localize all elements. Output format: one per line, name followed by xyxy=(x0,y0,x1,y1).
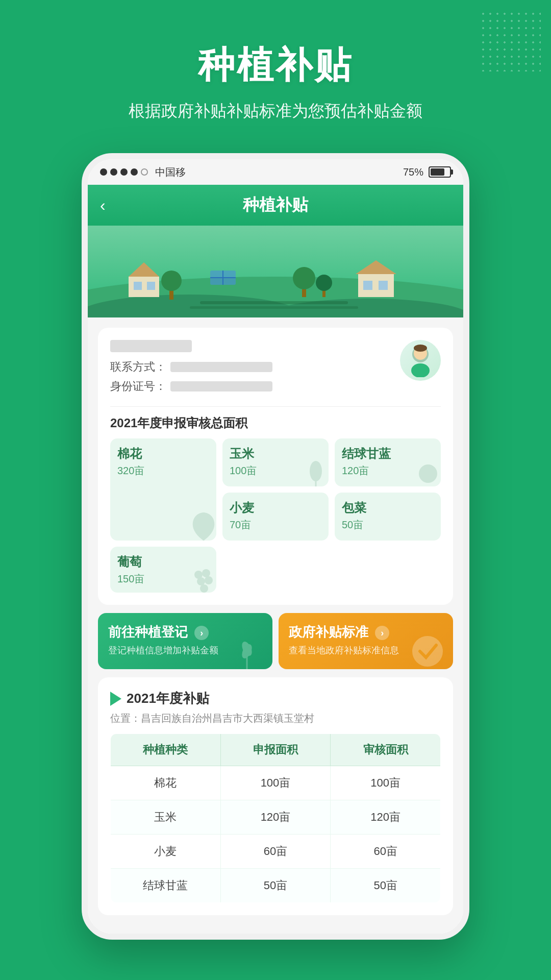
crops-grid: 棉花 320亩 玉米 100亩 xyxy=(110,438,441,593)
user-info-card: 联系方式： 身份证号： xyxy=(98,328,453,605)
main-content: 联系方式： 身份证号： xyxy=(88,317,463,934)
app-header: ‹ 种植补贴 xyxy=(88,185,463,226)
subsidy-section-card: 2021年度补贴 位置：昌吉回族自治州昌吉市大西渠镇玉堂村 种植种类 申报面积 … xyxy=(98,677,453,915)
subsidy-arrow-icon: › xyxy=(375,626,389,640)
svg-point-33 xyxy=(200,584,208,593)
svg-point-26 xyxy=(411,363,430,377)
cell-reported-3: 60亩 xyxy=(220,835,331,869)
table-row: 结球甘蓝 50亩 50亩 xyxy=(111,869,441,903)
crop-card-pakchoi: 包菜 50亩 xyxy=(335,493,441,541)
contact-value-blurred xyxy=(170,362,272,372)
subsidy-standard-btn[interactable]: 政府补贴标准 › 查看当地政府补贴标准信息 xyxy=(279,613,453,669)
id-value-blurred xyxy=(170,381,272,391)
planting-arrow-icon: › xyxy=(194,626,209,640)
signal-dot-3 xyxy=(120,168,128,176)
triangle-icon xyxy=(110,692,121,706)
cell-reported-2: 120亩 xyxy=(220,800,331,835)
signal-dot-5 xyxy=(141,168,148,176)
crop-area-pakchoi: 50亩 xyxy=(342,519,363,530)
section-header: 2021年度补贴 xyxy=(110,690,441,707)
crop-area-wheat: 70亩 xyxy=(230,519,251,530)
cell-type-1: 棉花 xyxy=(111,766,221,800)
page-content: 种植补贴 根据政府补贴补贴标准为您预估补贴金额 中国移 75% ‹ xyxy=(0,0,551,940)
phone-mockup: 中国移 75% ‹ 种植补贴 xyxy=(82,153,469,940)
contact-field: 联系方式： xyxy=(110,359,400,375)
cell-approved-1: 100亩 xyxy=(331,766,441,800)
cell-type-2: 玉米 xyxy=(111,800,221,835)
svg-point-32 xyxy=(205,576,213,584)
signal-dot-2 xyxy=(110,168,117,176)
svg-point-31 xyxy=(197,577,205,585)
col-header-type: 种植种类 xyxy=(111,734,221,766)
table-header: 种植种类 申报面积 审核面积 xyxy=(111,734,441,766)
crop-card-grape: 葡萄 150亩 xyxy=(110,547,216,593)
location-text: 位置：昌吉回族自治州昌吉市大西渠镇玉堂村 xyxy=(110,712,441,725)
svg-rect-19 xyxy=(190,306,358,309)
svg-point-13 xyxy=(161,271,182,291)
area-title: 2021年度申报审核总面积 xyxy=(110,415,441,431)
signal-dot-4 xyxy=(131,168,138,176)
crop-card-corn: 玉米 100亩 xyxy=(222,438,329,486)
svg-point-28 xyxy=(419,464,437,483)
crop-name-cotton: 棉花 xyxy=(117,446,209,462)
table-row: 棉花 100亩 100亩 xyxy=(111,766,441,800)
battery-icon xyxy=(429,166,451,178)
cell-type-4: 结球甘蓝 xyxy=(111,869,221,903)
signal-dot-1 xyxy=(100,168,107,176)
cell-reported-4: 50亩 xyxy=(220,869,331,903)
user-details: 联系方式： 身份证号： xyxy=(110,340,400,398)
user-info-row: 联系方式： 身份证号： xyxy=(110,340,441,407)
svg-point-15 xyxy=(293,267,315,289)
svg-rect-6 xyxy=(134,282,142,290)
user-name-blurred xyxy=(110,340,192,352)
svg-point-30 xyxy=(202,569,210,577)
crop-area-grape: 150亩 xyxy=(117,573,144,584)
id-field: 身份证号： xyxy=(110,379,400,394)
subsidy-table: 种植种类 申报面积 审核面积 棉花 100亩 100亩 玉米 xyxy=(110,733,441,903)
planting-register-btn[interactable]: 前往种植登记 › 登记种植信息增加补贴金额 xyxy=(98,613,272,669)
planting-btn-subtitle: 登记种植信息增加补贴金额 xyxy=(108,645,218,655)
svg-point-17 xyxy=(316,275,332,291)
crop-area-cotton: 320亩 xyxy=(117,465,144,476)
hero-banner xyxy=(88,226,463,317)
page-subtitle: 根据政府补贴补贴标准为您预估补贴金额 xyxy=(129,100,422,122)
cell-approved-4: 50亩 xyxy=(331,869,441,903)
svg-rect-7 xyxy=(147,282,155,290)
svg-point-36 xyxy=(412,636,443,667)
svg-point-25 xyxy=(414,345,427,352)
svg-rect-11 xyxy=(379,281,388,290)
svg-point-27 xyxy=(310,461,322,481)
crop-area-cabbage: 120亩 xyxy=(342,465,369,476)
cell-reported-1: 100亩 xyxy=(220,766,331,800)
carrier-label: 中国移 xyxy=(155,165,186,179)
crop-area-corn: 100亩 xyxy=(230,465,257,476)
table-header-row: 种植种类 申报面积 审核面积 xyxy=(111,734,441,766)
status-right: 75% xyxy=(403,166,451,178)
header-title: 种植补贴 xyxy=(243,194,308,216)
crop-name-pakchoi: 包菜 xyxy=(342,500,434,516)
col-header-reported: 申报面积 xyxy=(220,734,331,766)
table-body: 棉花 100亩 100亩 玉米 120亩 120亩 小麦 60亩 60亩 xyxy=(111,766,441,903)
avatar xyxy=(400,340,441,381)
svg-rect-10 xyxy=(363,281,372,290)
svg-rect-18 xyxy=(200,301,348,304)
page-title: 种植补贴 xyxy=(198,41,353,90)
table-row: 小麦 60亩 60亩 xyxy=(111,835,441,869)
cell-approved-2: 120亩 xyxy=(331,800,441,835)
subsidy-btn-subtitle: 查看当地政府补贴标准信息 xyxy=(289,645,399,655)
status-bar: 中国移 75% xyxy=(88,159,463,185)
action-buttons: 前往种植登记 › 登记种植信息增加补贴金额 政府补贴标准 › xyxy=(98,613,453,669)
crop-name-wheat: 小麦 xyxy=(230,500,321,516)
subsidy-section-title: 2021年度补贴 xyxy=(127,690,209,707)
crop-card-wheat: 小麦 70亩 xyxy=(222,493,329,541)
battery-fill xyxy=(431,168,444,176)
cell-type-3: 小麦 xyxy=(111,835,221,869)
back-button[interactable]: ‹ xyxy=(100,196,106,215)
crop-card-cotton: 棉花 320亩 xyxy=(110,438,216,541)
battery-percent: 75% xyxy=(403,166,423,178)
col-header-approved: 审核面积 xyxy=(331,734,441,766)
crop-card-cabbage: 结球甘蓝 120亩 xyxy=(335,438,441,486)
table-row: 玉米 120亩 120亩 xyxy=(111,800,441,835)
cell-approved-3: 60亩 xyxy=(331,835,441,869)
signal-area: 中国移 xyxy=(100,165,186,179)
